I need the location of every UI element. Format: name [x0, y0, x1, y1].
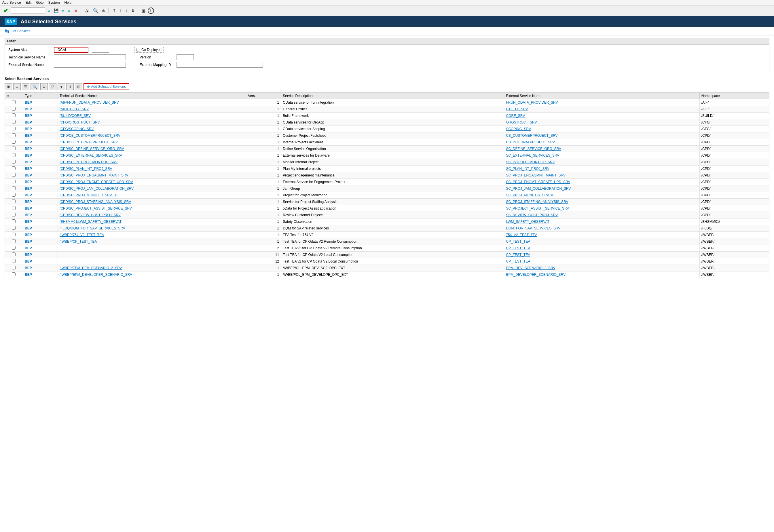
row-checkbox[interactable]	[12, 160, 16, 164]
extname-link[interactable]: UTILITY_SRV	[506, 107, 528, 111]
next-page-button[interactable]: ↓	[124, 7, 129, 14]
row-checkbox[interactable]	[12, 213, 16, 216]
save-button[interactable]: 💾	[52, 8, 60, 14]
techname-link[interactable]: /CFG/SCOPING_SRV	[60, 127, 94, 131]
extname-link[interactable]: LWM_SAFETY_OBSERVAT	[506, 220, 549, 224]
techname-link[interactable]: /CPD/CB_INTERNALPROJECT_SRV	[60, 140, 118, 144]
col-header-desc[interactable]: Service Description	[281, 93, 504, 99]
techname-link[interactable]: /BUILD/CORE_SRV	[60, 114, 91, 118]
extname-link[interactable]: SC_PROJECT_ASSIST_SERVICE_SRV	[506, 206, 569, 210]
extname-link[interactable]: SC_PROJ_MONITOR_SRV_01	[506, 193, 555, 197]
confirm-button[interactable]: ✔	[2, 7, 10, 15]
list-view-button[interactable]: ≡	[13, 83, 21, 90]
extname-link[interactable]: SC_PROJ_STAFFING_ANALYSIS_SRV	[506, 200, 568, 204]
back-button[interactable]: «	[46, 7, 51, 14]
row-checkbox[interactable]	[12, 186, 16, 190]
nav-forward-button[interactable]: »	[67, 7, 72, 14]
layout-button[interactable]: ▣	[141, 8, 147, 14]
extname-link[interactable]: SC_REVIEW_CUST_PROJ_SRV	[506, 213, 558, 217]
menu-goto[interactable]: Goto	[36, 1, 43, 5]
techname-link[interactable]: /IWBEP/CP_TEST_TEA	[60, 240, 97, 244]
system-alias-input2[interactable]	[92, 47, 109, 53]
row-checkbox[interactable]	[12, 120, 16, 124]
techname-link[interactable]: /AIF/UTILITY_SRV	[60, 107, 89, 111]
row-checkbox[interactable]	[12, 166, 16, 170]
settings-button[interactable]: ⚙	[40, 83, 48, 90]
techname-link[interactable]: /FLDQ/DQM_FOR_SAP_SERVICES_SRV	[60, 226, 125, 230]
version-input[interactable]	[177, 54, 194, 60]
row-checkbox[interactable]	[12, 113, 16, 117]
filter-down-button[interactable]: ▾	[58, 83, 65, 90]
row-checkbox[interactable]	[12, 252, 16, 256]
row-checkbox[interactable]	[12, 180, 16, 183]
row-checkbox[interactable]	[12, 199, 16, 203]
export-button[interactable]: ⬆	[66, 83, 74, 90]
detail-view-button[interactable]: ☰	[22, 83, 29, 90]
techname-link[interactable]: /CFG/ORGSTRUCT_SRV	[60, 120, 100, 124]
first-page-button[interactable]: ⇑	[111, 7, 117, 14]
extname-link[interactable]: EPM_DEV_SCENARIO_2_SRV	[506, 266, 555, 270]
row-checkbox[interactable]	[12, 140, 16, 144]
techname-link[interactable]: /EHSMM01/LWM_SAFETY_OBSERVAT	[60, 220, 122, 224]
col-header-techname[interactable]: Technical Service Name	[58, 93, 246, 99]
row-checkbox[interactable]	[12, 133, 16, 137]
add-selected-services-button[interactable]: ⊕ Add Selected Services	[84, 83, 129, 90]
extname-link[interactable]: ORGSTRUCT_SRV	[506, 120, 537, 124]
columns-button[interactable]: ⊞	[75, 83, 82, 90]
techname-link[interactable]: /CPD/SC_PROJ_ENGAGMNT_MAINT_SRV	[60, 173, 128, 177]
grid-view-button[interactable]: ⊞	[5, 83, 12, 90]
extname-link[interactable]: CP_TEST_TEA	[506, 240, 530, 244]
techname-link[interactable]: /IWBEP/EPM_DEVELOPER_SCENARIO_SRV	[60, 273, 132, 277]
techname-link[interactable]: /IWBEP/EPM_DEV_SCENARIO_2_SRV	[60, 266, 122, 270]
extname-link[interactable]: SC_PROJ_ENGMT_CREATE_UPD_SRV	[506, 180, 570, 184]
row-checkbox[interactable]	[12, 266, 16, 269]
techname-link[interactable]: /CPD/SC_PLAN_INT_PROJ_SRV	[60, 167, 112, 171]
cancel-button[interactable]: ✕	[73, 7, 79, 14]
techname-link[interactable]: /CPD/SC_REVIEW_CUST_PROJ_SRV	[60, 213, 121, 217]
tech-service-name-input[interactable]	[54, 54, 126, 60]
col-header-extname[interactable]: External Service Name	[504, 93, 699, 99]
extname-link[interactable]: CB_CUSTOMERPROJECT_SRV	[506, 134, 557, 138]
col-header-type[interactable]: Type	[23, 93, 58, 99]
techname-link[interactable]: /CPD/SC_PROJ_ENGMT_CREATE_UPD_SRV	[60, 180, 133, 184]
find-button[interactable]: 🔍	[92, 7, 100, 14]
print-button[interactable]: 🖨	[84, 7, 90, 14]
row-checkbox[interactable]	[12, 153, 16, 157]
techname-link[interactable]: /CPD/SC_PROJ_JAM_COLLABORATION_SRV	[60, 187, 134, 191]
extname-link[interactable]: SC_EXTERNAL_SERVICES_SRV	[506, 153, 559, 157]
techname-link[interactable]: /CPD/SC_EXTERNAL_SERVICES_SRV	[60, 153, 122, 157]
extname-link[interactable]: SC_PROJ_JAM_COLLABORATION_SRV	[506, 187, 571, 191]
row-checkbox[interactable]	[12, 259, 16, 263]
nav-back-button[interactable]: «	[61, 7, 66, 14]
techname-link[interactable]: /CPD/SC_DEFINE_SERVICE_ORG_SRV	[60, 147, 124, 151]
ext-service-name-input[interactable]	[54, 62, 126, 68]
command-field[interactable]	[11, 7, 45, 14]
filter-button[interactable]: ▽	[49, 83, 56, 90]
search-button[interactable]: 🔍	[31, 83, 39, 90]
extname-link[interactable]: 754_V2_TEST_TEA	[506, 233, 537, 237]
row-checkbox[interactable]	[12, 107, 16, 111]
techname-link[interactable]: /CPD/SC_PROJ_MONITOR_SRV_01	[60, 193, 118, 197]
row-checkbox[interactable]	[12, 147, 16, 150]
extname-link[interactable]: DQM_FOR_SAP_SERVICES_SRV	[506, 226, 560, 230]
row-checkbox[interactable]	[12, 239, 16, 243]
techname-link[interactable]: /AIF/FRUN_ODATA_PROVIDER_SRV	[60, 100, 119, 105]
help-button[interactable]: ?	[148, 7, 154, 14]
extname-link[interactable]: SCOPING_SRV	[506, 127, 531, 131]
row-checkbox[interactable]	[12, 193, 16, 197]
row-checkbox[interactable]	[12, 233, 16, 236]
extname-link[interactable]: SC_DEFINE_SERVICE_ORG_SRV	[506, 147, 561, 151]
col-header-version[interactable]: Vers.	[246, 93, 281, 99]
row-checkbox[interactable]	[12, 226, 16, 230]
techname-link[interactable]: /CPD/SC_PROJECT_ASSIST_SERVICE_SRV	[60, 206, 132, 210]
techname-link[interactable]: /CPD/SC_PROJ_STAFFING_ANALYSIS_SRV	[60, 200, 131, 204]
find-more-button[interactable]: ⊕	[101, 8, 107, 14]
extname-link[interactable]: SC_PLAN_INT_PROJ_SRV	[506, 167, 549, 171]
menu-add-service[interactable]: Add Service	[2, 1, 21, 5]
extname-link[interactable]: EPM_DEVELOPER_SCENARIO_SRV	[506, 273, 566, 277]
row-checkbox[interactable]	[12, 100, 16, 104]
get-services-link[interactable]: 👣 Get Services	[5, 29, 31, 33]
techname-link[interactable]: /CPD/SC_INTPROJ_MONTIOR_SRV	[60, 160, 117, 164]
extname-link[interactable]: CB_INTERNALPROJECT_SRV	[506, 140, 555, 144]
menu-help[interactable]: Help	[64, 1, 71, 5]
